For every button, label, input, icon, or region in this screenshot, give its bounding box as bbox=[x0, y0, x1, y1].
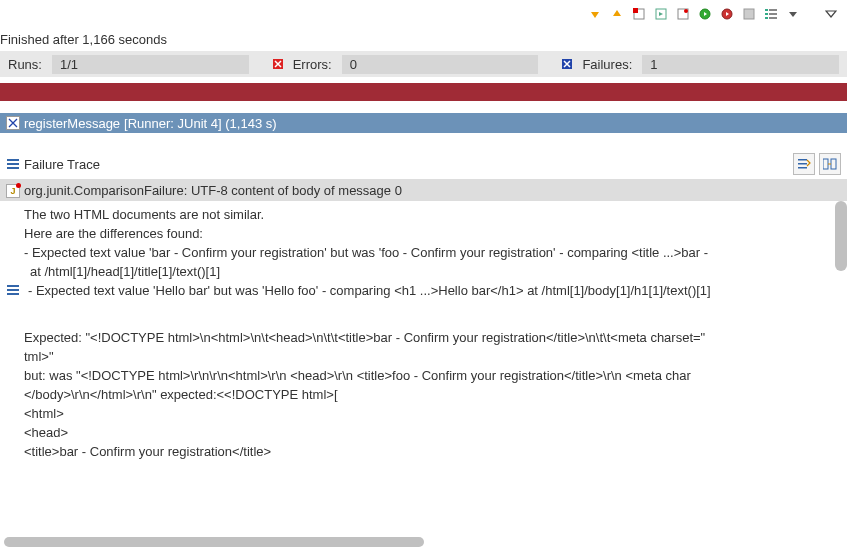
dropdown-icon[interactable] bbox=[785, 6, 801, 22]
test-name: registerMessage bbox=[24, 116, 120, 131]
svg-rect-12 bbox=[769, 13, 777, 15]
test-meta: [Runner: JUnit 4] (1,143 s) bbox=[124, 116, 276, 131]
failure-trace-title: Failure Trace bbox=[24, 157, 789, 172]
compare-button[interactable] bbox=[819, 153, 841, 175]
stack-icon bbox=[6, 283, 20, 297]
failures-icon bbox=[562, 59, 572, 69]
failure-trace-body[interactable]: The two HTML documents are not similar. … bbox=[0, 201, 847, 537]
stop-icon[interactable] bbox=[631, 6, 647, 22]
svg-point-4 bbox=[684, 9, 688, 13]
svg-rect-21 bbox=[798, 163, 807, 165]
trace-line: Expected: "<!DOCTYPE html>\n<html>\n\t<h… bbox=[6, 328, 841, 347]
svg-rect-22 bbox=[798, 167, 807, 169]
trace-line: Here are the differences found: bbox=[6, 224, 841, 243]
errors-label: Errors: bbox=[293, 57, 332, 72]
finished-status: Finished after 1,166 seconds bbox=[0, 28, 847, 51]
rerun-icon[interactable] bbox=[653, 6, 669, 22]
failures-value: 1 bbox=[642, 55, 839, 74]
run-green-icon[interactable] bbox=[697, 6, 713, 22]
horizontal-scrollbar-thumb[interactable] bbox=[4, 537, 424, 547]
trace-line: <html> bbox=[6, 404, 841, 423]
gray-square-icon[interactable] bbox=[741, 6, 757, 22]
test-result-icon bbox=[6, 116, 20, 130]
svg-rect-19 bbox=[7, 167, 19, 169]
runs-value: 1/1 bbox=[52, 55, 249, 74]
trace-line: </body>\r\n</html>\r\n" expected:<<!DOCT… bbox=[6, 385, 841, 404]
stack-icon bbox=[6, 157, 20, 171]
svg-rect-10 bbox=[765, 17, 768, 19]
arrow-up-icon[interactable] bbox=[609, 6, 625, 22]
svg-rect-11 bbox=[769, 9, 777, 11]
svg-rect-7 bbox=[744, 9, 754, 19]
arrow-down-icon[interactable] bbox=[587, 6, 603, 22]
svg-rect-18 bbox=[7, 163, 19, 165]
progress-bar-failed bbox=[0, 83, 847, 101]
svg-rect-23 bbox=[823, 159, 828, 169]
trace-line: <title>bar - Confirm your registration</… bbox=[6, 442, 841, 461]
errors-value: 0 bbox=[342, 55, 539, 74]
svg-rect-24 bbox=[831, 159, 836, 169]
svg-rect-26 bbox=[7, 289, 19, 291]
svg-rect-25 bbox=[7, 285, 19, 287]
trace-line: tml>" bbox=[6, 347, 841, 366]
test-item[interactable]: registerMessage [Runner: JUnit 4] (1,143… bbox=[0, 113, 847, 133]
trace-exception-row[interactable]: J org.junit.ComparisonFailure: UTF-8 con… bbox=[0, 180, 847, 201]
trace-blank bbox=[6, 300, 841, 328]
errors-icon bbox=[273, 59, 283, 69]
list-checks-icon[interactable] bbox=[763, 6, 779, 22]
trace-exception-text: org.junit.ComparisonFailure: UTF-8 conte… bbox=[24, 183, 402, 198]
filter-stack-button[interactable] bbox=[793, 153, 815, 175]
trace-line: - Expected text value 'Hello bar' but wa… bbox=[6, 281, 841, 300]
svg-rect-20 bbox=[798, 159, 807, 161]
trace-line: but: was "<!DOCTYPE html>\r\n\r\n<html>\… bbox=[6, 366, 841, 385]
rerun-failed-icon[interactable] bbox=[675, 6, 691, 22]
failure-trace-header: Failure Trace bbox=[0, 149, 847, 180]
svg-rect-17 bbox=[7, 159, 19, 161]
horizontal-scrollbar-track[interactable] bbox=[0, 537, 847, 549]
trace-line: at /html[1]/head[1]/title[1]/text()[1] bbox=[6, 262, 841, 281]
vertical-scrollbar[interactable] bbox=[835, 201, 847, 271]
svg-rect-13 bbox=[769, 17, 777, 19]
trace-line: - Expected text value 'bar - Confirm you… bbox=[6, 243, 841, 262]
trace-line: <head> bbox=[6, 423, 841, 442]
failures-label: Failures: bbox=[582, 57, 632, 72]
toolbar bbox=[0, 0, 847, 28]
stats-bar: Runs: 1/1 Errors: 0 Failures: 1 bbox=[0, 51, 847, 77]
trace-line: The two HTML documents are not similar. bbox=[6, 205, 841, 224]
svg-rect-9 bbox=[765, 13, 768, 15]
svg-rect-8 bbox=[765, 9, 768, 11]
svg-rect-27 bbox=[7, 293, 19, 295]
view-menu-icon[interactable] bbox=[823, 6, 839, 22]
runs-label: Runs: bbox=[8, 57, 42, 72]
svg-rect-1 bbox=[633, 8, 638, 13]
junit-badge-icon: J bbox=[6, 184, 20, 198]
run-red-icon[interactable] bbox=[719, 6, 735, 22]
